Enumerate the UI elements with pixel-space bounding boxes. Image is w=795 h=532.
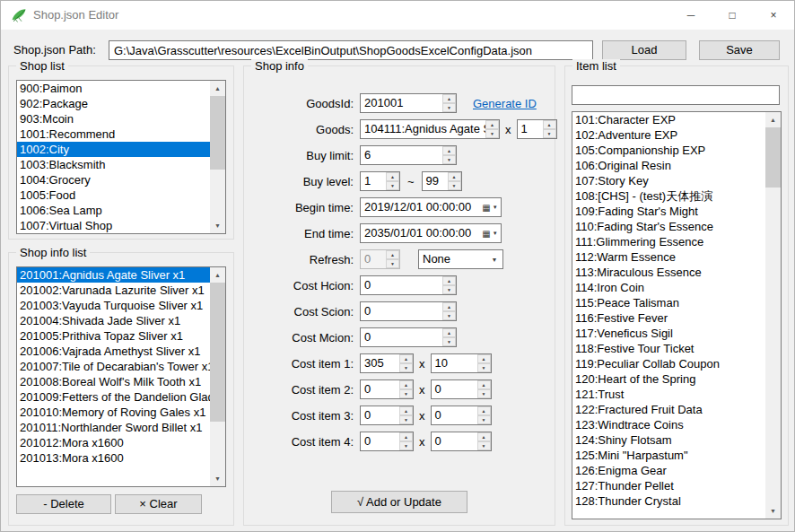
list-item[interactable]: 115:Peace Talisman (572, 295, 765, 310)
list-item[interactable]: 1007:Virtual Shop (17, 218, 210, 233)
list-item[interactable]: 201004:Shivada Jade Sliver x1 (17, 313, 210, 328)
spin-down-icon[interactable]: ▼ (543, 129, 556, 138)
buy-level-max-spinner[interactable]: 99▲▼ (422, 171, 462, 191)
cost-item-2-count-spinner[interactable]: 0▲▼ (431, 379, 492, 399)
spin-up-icon[interactable]: ▲ (442, 328, 456, 337)
cost-item-2-id-spinner[interactable]: 0▲▼ (360, 379, 414, 399)
spin-up-icon[interactable]: ▲ (399, 432, 413, 441)
spin-up-icon[interactable]: ▲ (477, 432, 491, 441)
save-button[interactable]: Save (699, 40, 780, 60)
list-item[interactable]: 122:Fractured Fruit Data (572, 402, 765, 417)
spin-up-icon[interactable]: ▲ (543, 120, 556, 129)
spin-down-icon[interactable]: ▼ (442, 285, 456, 294)
list-item[interactable]: 113:Miraculous Essence (572, 265, 765, 280)
delete-button[interactable]: - Delete (16, 494, 111, 514)
list-item[interactable]: 903:Mcoin (17, 111, 210, 126)
spin-up-icon[interactable]: ▲ (485, 120, 499, 129)
begin-time-picker[interactable]: 2019/12/01 00:00:00▦▼ (360, 197, 502, 217)
shop-info-list-scrollbar[interactable]: ▲ ▼ (210, 267, 225, 486)
cost-mcion-spinner[interactable]: 0▲▼ (360, 327, 457, 347)
list-item[interactable]: 116:Festive Fever (572, 310, 765, 326)
calendar-dropdown-button[interactable]: ▦▼ (479, 224, 501, 242)
item-list-scrollbar[interactable]: ▲ ▼ (765, 112, 781, 519)
spin-up-icon[interactable]: ▲ (386, 172, 399, 181)
list-item[interactable]: 101:Character EXP (572, 112, 765, 127)
minimize-button[interactable]: ─ (670, 1, 712, 30)
spin-down-icon[interactable]: ▼ (399, 441, 413, 450)
list-item[interactable]: 114:Iron Coin (572, 280, 765, 295)
close-button[interactable]: × (753, 1, 794, 30)
generate-id-link[interactable]: Generate ID (473, 97, 537, 110)
cost-item-4-count-spinner[interactable]: 0▲▼ (431, 432, 492, 451)
list-item[interactable]: 125:Mini "Harpastum" (572, 448, 765, 463)
spin-up-icon[interactable]: ▲ (442, 94, 456, 103)
spin-up-icon[interactable]: ▲ (477, 354, 491, 363)
load-button[interactable]: Load (602, 40, 686, 60)
list-item[interactable]: 121:Trust (572, 387, 765, 402)
cost-item-3-id-spinner[interactable]: 0▲▼ (360, 406, 414, 425)
cost-item-1-id-spinner[interactable]: 305▲▼ (360, 353, 414, 373)
list-item[interactable]: 1001:Recommend (17, 126, 210, 142)
list-item[interactable]: 124:Shiny Flotsam (572, 432, 765, 448)
cost-item-4-id-spinner[interactable]: 0▲▼ (360, 432, 414, 451)
buy-level-min-spinner[interactable]: 1▲▼ (360, 171, 400, 191)
list-item[interactable]: 201006:Vajrada Amethyst Sliver x1 (17, 344, 210, 359)
spin-down-icon[interactable]: ▼ (448, 181, 461, 190)
shop-listbox[interactable]: 900:Paimon902:Package903:Mcoin1001:Recom… (16, 80, 226, 234)
goods-combobox[interactable]: 104111:Agnidus Agate Sliver▲▼ (360, 119, 500, 139)
spin-up-icon[interactable]: ▲ (442, 146, 456, 155)
spin-down-icon[interactable]: ▼ (442, 103, 456, 112)
list-item[interactable]: 107:Story Key (572, 173, 765, 188)
list-item[interactable]: 120:Heart of the Spring (572, 371, 765, 387)
refresh-mode-combobox[interactable]: None▼ (418, 249, 503, 269)
list-item[interactable]: 111:Glimmering Essence (572, 234, 765, 249)
spin-up-icon[interactable]: ▲ (386, 250, 399, 259)
list-item[interactable]: 201002:Varunada Lazurite Sliver x1 (17, 283, 210, 298)
spin-down-icon[interactable]: ▼ (442, 337, 456, 346)
list-item[interactable]: 108:[CHS] - (test)天体推演 (572, 188, 765, 204)
list-item[interactable]: 201011:Northlander Sword Billet x1 (17, 420, 210, 435)
scroll-down-icon[interactable]: ▼ (210, 218, 225, 233)
item-search-input[interactable] (572, 85, 780, 105)
list-item[interactable]: 128:Thunder Crystal (572, 493, 765, 509)
spin-down-icon[interactable]: ▼ (399, 415, 413, 424)
list-item[interactable]: 1006:Sea Lamp (17, 203, 210, 218)
list-item[interactable]: 1002:City (17, 142, 210, 157)
scroll-thumb[interactable] (210, 96, 225, 170)
buy-limit-spinner[interactable]: 6▲▼ (360, 145, 457, 165)
goodsid-spinner[interactable]: 201001▲▼ (360, 93, 457, 113)
list-item[interactable]: 110:Fading Star's Essence (572, 219, 765, 234)
goods-count-spinner[interactable]: 1▲▼ (517, 119, 557, 139)
shop-list-scrollbar[interactable]: ▲ ▼ (210, 81, 225, 233)
list-item[interactable]: 126:Enigma Gear (572, 463, 765, 478)
list-item[interactable]: 1004:Grocery (17, 172, 210, 188)
spin-down-icon[interactable]: ▼ (442, 155, 456, 164)
list-item[interactable]: 118:Festive Tour Ticket (572, 341, 765, 356)
list-item[interactable]: 119:Peculiar Collab Coupon (572, 356, 765, 371)
spin-up-icon[interactable]: ▲ (477, 406, 491, 415)
list-item[interactable]: 201010:Memory of Roving Gales x1 (17, 405, 210, 420)
cost-hcion-spinner[interactable]: 0▲▼ (360, 275, 457, 295)
clear-button[interactable]: × Clear (115, 494, 202, 514)
list-item[interactable]: 201012:Mora x1600 (17, 435, 210, 450)
item-listbox[interactable]: 101:Character EXP102:Adventure EXP105:Co… (572, 111, 782, 519)
list-item[interactable]: 900:Paimon (17, 81, 210, 96)
list-item[interactable]: 109:Fading Star's Might (572, 204, 765, 219)
scroll-down-icon[interactable]: ▼ (210, 471, 225, 486)
add-or-update-button[interactable]: √ Add or Update (331, 491, 467, 513)
list-item[interactable]: 105:Companionship EXP (572, 143, 765, 158)
spin-up-icon[interactable]: ▲ (448, 172, 461, 181)
cost-item-1-count-spinner[interactable]: 10▲▼ (431, 353, 492, 373)
path-input[interactable] (109, 40, 593, 60)
spin-down-icon[interactable]: ▼ (485, 129, 499, 138)
shop-info-listbox[interactable]: 201001:Agnidus Agate Sliver x1201002:Var… (16, 266, 226, 487)
calendar-dropdown-button[interactable]: ▦▼ (479, 198, 501, 216)
list-item[interactable]: 201003:Vayuda Turquoise Sliver x1 (17, 298, 210, 313)
scroll-up-icon[interactable]: ▲ (210, 81, 225, 96)
list-item[interactable]: 201013:Mora x1600 (17, 450, 210, 466)
list-item[interactable]: 902:Package (17, 96, 210, 111)
list-item[interactable]: 201008:Boreal Wolf's Milk Tooth x1 (17, 374, 210, 389)
list-item[interactable]: 201005:Prithiva Topaz Sliver x1 (17, 328, 210, 344)
list-item[interactable]: 201001:Agnidus Agate Sliver x1 (17, 267, 210, 283)
scroll-up-icon[interactable]: ▲ (210, 267, 225, 283)
